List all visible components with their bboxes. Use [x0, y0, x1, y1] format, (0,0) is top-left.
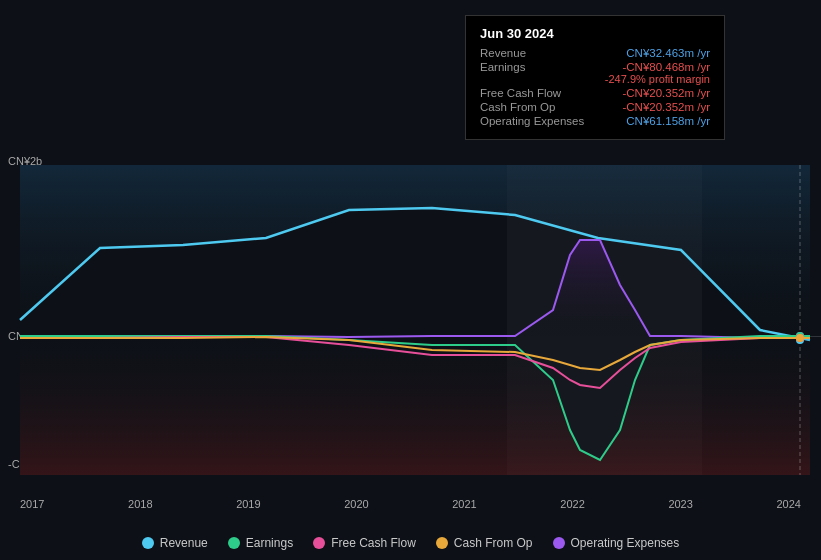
- legend-label-revenue: Revenue: [160, 536, 208, 550]
- tooltip-value-fcf: -CN¥20.352m /yr: [622, 87, 710, 99]
- x-label-2021: 2021: [452, 498, 476, 510]
- tooltip-label-earnings: Earnings: [480, 61, 525, 73]
- legend-label-cashfromop: Cash From Op: [454, 536, 533, 550]
- legend-label-opex: Operating Expenses: [571, 536, 680, 550]
- tooltip-label-revenue: Revenue: [480, 47, 526, 59]
- x-axis: 2017 2018 2019 2020 2021 2022 2023 2024: [20, 498, 821, 510]
- tooltip-value-earnings: -CN¥80.468m /yr: [622, 61, 710, 73]
- legend-label-fcf: Free Cash Flow: [331, 536, 416, 550]
- legend-dot-cashfromop: [436, 537, 448, 549]
- tooltip-row-fcf: Free Cash Flow -CN¥20.352m /yr: [480, 87, 710, 99]
- x-label-2024: 2024: [776, 498, 800, 510]
- legend-dot-opex: [553, 537, 565, 549]
- legend-item-revenue[interactable]: Revenue: [142, 536, 208, 550]
- tooltip-row-cashfromop: Cash From Op -CN¥20.352m /yr: [480, 101, 710, 113]
- tooltip-label-fcf: Free Cash Flow: [480, 87, 561, 99]
- tooltip-label-cashfromop: Cash From Op: [480, 101, 555, 113]
- chart-legend: Revenue Earnings Free Cash Flow Cash Fro…: [0, 536, 821, 550]
- tooltip-value-opex: CN¥61.158m /yr: [626, 115, 710, 127]
- tooltip-date: Jun 30 2024: [480, 26, 710, 41]
- x-label-2017: 2017: [20, 498, 44, 510]
- tooltip-value-cashfromop: -CN¥20.352m /yr: [622, 101, 710, 113]
- legend-dot-fcf: [313, 537, 325, 549]
- x-label-2022: 2022: [560, 498, 584, 510]
- svg-point-7: [796, 334, 804, 342]
- x-label-2018: 2018: [128, 498, 152, 510]
- x-label-2019: 2019: [236, 498, 260, 510]
- legend-label-earnings: Earnings: [246, 536, 293, 550]
- tooltip-row-revenue: Revenue CN¥32.463m /yr: [480, 47, 710, 59]
- legend-item-opex[interactable]: Operating Expenses: [553, 536, 680, 550]
- tooltip-row-opex: Operating Expenses CN¥61.158m /yr: [480, 115, 710, 127]
- tooltip-panel: Jun 30 2024 Revenue CN¥32.463m /yr Earni…: [465, 15, 725, 140]
- tooltip-value-revenue: CN¥32.463m /yr: [626, 47, 710, 59]
- tooltip-profit-margin: -247.9% profit margin: [480, 73, 710, 85]
- x-label-2023: 2023: [668, 498, 692, 510]
- legend-dot-earnings: [228, 537, 240, 549]
- legend-item-earnings[interactable]: Earnings: [228, 536, 293, 550]
- x-label-2020: 2020: [344, 498, 368, 510]
- legend-dot-revenue: [142, 537, 154, 549]
- legend-item-fcf[interactable]: Free Cash Flow: [313, 536, 416, 550]
- legend-item-cashfromop[interactable]: Cash From Op: [436, 536, 533, 550]
- tooltip-label-opex: Operating Expenses: [480, 115, 584, 127]
- tooltip-row-earnings: Earnings -CN¥80.468m /yr: [480, 61, 710, 73]
